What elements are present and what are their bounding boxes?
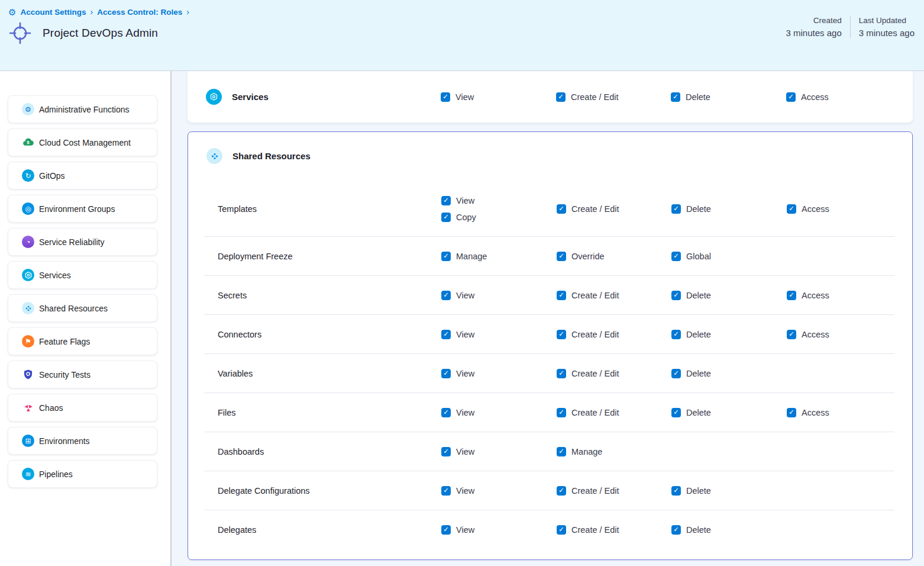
shared-resources-icon — [206, 148, 222, 164]
permission-checkbox-delete[interactable]: ✓Delete — [671, 291, 711, 300]
permission-cell: ✓Access — [787, 291, 912, 300]
permission-checkbox-create-edit[interactable]: ✓Create / Edit — [557, 204, 619, 214]
breadcrumb-account-settings[interactable]: Account Settings — [20, 8, 86, 17]
checkbox-checked-icon: ✓ — [441, 447, 451, 456]
permission-checkbox-delete[interactable]: ✓Delete — [671, 92, 710, 102]
breadcrumb-access-control-roles[interactable]: Access Control: Roles — [97, 8, 182, 17]
permission-checkbox-manage[interactable]: ✓Manage — [557, 447, 602, 456]
environment-groups-icon: ◎ — [22, 202, 34, 215]
permission-checkbox-delete[interactable]: ✓Delete — [671, 330, 711, 339]
content: ⚙Administrative Functions$Cloud Cost Man… — [0, 71, 924, 566]
permission-checkbox-create-edit[interactable]: ✓Create / Edit — [557, 291, 619, 300]
permission-cell: ✓Delete — [671, 330, 787, 339]
permission-checkbox-delete[interactable]: ✓Delete — [671, 369, 711, 378]
permission-checkbox-access[interactable]: ✓Access — [787, 408, 829, 417]
permission-checkbox-view[interactable]: ✓View — [441, 330, 474, 339]
sidebar-item-administrative-functions[interactable]: ⚙Administrative Functions — [8, 95, 157, 123]
sidebar-item-cloud-cost-management[interactable]: $Cloud Cost Management — [8, 128, 157, 156]
service-reliability-icon: ◔ — [22, 236, 34, 248]
permission-cell: ✓Delete — [671, 486, 787, 496]
permission-checkbox-global[interactable]: ✓Global — [671, 252, 711, 261]
services-section-title: Services — [232, 92, 269, 102]
permission-cell: ✓View — [441, 525, 557, 535]
checkbox-checked-icon: ✓ — [441, 252, 451, 261]
permission-cell: ✓Create / Edit — [557, 525, 671, 535]
permission-checkbox-access[interactable]: ✓Access — [786, 92, 829, 102]
checkbox-label: Create / Edit — [571, 525, 619, 535]
sidebar-item-feature-flags[interactable]: ⚑Feature Flags — [8, 327, 157, 355]
permission-row-templates: Templates✓View✓Copy✓Create / Edit✓Delete… — [188, 181, 912, 236]
sidebar-item-services[interactable]: Services — [8, 261, 157, 289]
permission-cell: ✓Access — [787, 204, 912, 214]
permission-checkbox-view[interactable]: ✓View — [441, 447, 474, 456]
permission-checkbox-view[interactable]: ✓View — [441, 92, 474, 102]
checkbox-checked-icon: ✓ — [557, 486, 566, 496]
sidebar-item-environments[interactable]: ⊞Environments — [8, 427, 157, 455]
permission-checkbox-delete[interactable]: ✓Delete — [671, 486, 711, 496]
created-value: 3 minutes ago — [786, 28, 842, 38]
services-card: Services ✓View✓Create / Edit✓Delete✓Acce… — [188, 71, 913, 123]
checkbox-checked-icon: ✓ — [441, 525, 451, 535]
permission-cell: ✓View✓Copy — [441, 196, 557, 222]
permission-checkbox-delete[interactable]: ✓Delete — [671, 525, 711, 535]
permission-checkbox-copy[interactable]: ✓Copy — [441, 213, 476, 222]
sidebar-item-shared-resources[interactable]: Shared Resources — [8, 294, 157, 322]
permission-checkbox-create-edit[interactable]: ✓Create / Edit — [557, 369, 619, 378]
permission-checkbox-view[interactable]: ✓View — [441, 486, 474, 496]
sidebar-item-label: Environments — [39, 436, 90, 446]
meta-divider — [850, 16, 851, 38]
permission-checkbox-override[interactable]: ✓Override — [557, 252, 605, 261]
sidebar-item-service-reliability[interactable]: ◔Service Reliability — [8, 228, 157, 256]
last-updated-value: 3 minutes ago — [859, 28, 915, 38]
permission-checkbox-delete[interactable]: ✓Delete — [671, 408, 711, 417]
permission-checkbox-view[interactable]: ✓View — [441, 408, 474, 417]
checkbox-checked-icon: ✓ — [787, 291, 796, 300]
svg-text:$: $ — [27, 140, 30, 145]
breadcrumb: ⚙ Account Settings › Access Control: Rol… — [8, 7, 924, 17]
checkbox-checked-icon: ✓ — [787, 204, 796, 214]
permission-cell: ✓Manage — [557, 447, 671, 456]
permission-cell: ✓Manage — [441, 252, 557, 261]
permission-checkbox-access[interactable]: ✓Access — [787, 291, 829, 300]
sidebar-item-gitops[interactable]: ↻GitOps — [8, 162, 157, 189]
permission-checkbox-delete[interactable]: ✓Delete — [671, 204, 711, 214]
checkbox-label: Access — [802, 408, 829, 417]
sidebar-item-environment-groups[interactable]: ◎Environment Groups — [8, 195, 157, 223]
permission-checkbox-view[interactable]: ✓View — [441, 196, 474, 205]
resource-label: Files — [188, 408, 441, 417]
checkbox-label: View — [456, 330, 474, 339]
permission-cell: ✓Delete — [671, 408, 787, 417]
checkbox-label: View — [456, 408, 474, 417]
sidebar-item-label: Feature Flags — [39, 337, 90, 346]
permission-checkbox-manage[interactable]: ✓Manage — [441, 252, 487, 261]
permission-row-variables: Variables✓View✓Create / Edit✓Delete — [188, 354, 912, 393]
permission-checkbox-create-edit[interactable]: ✓Create / Edit — [557, 525, 619, 535]
permission-checkbox-create-edit[interactable]: ✓Create / Edit — [557, 408, 619, 417]
permission-checkbox-access[interactable]: ✓Access — [787, 204, 829, 214]
permission-row-secrets: Secrets✓View✓Create / Edit✓Delete✓Access — [188, 276, 912, 314]
sidebar-item-pipelines[interactable]: ≋Pipelines — [8, 460, 157, 488]
checkbox-label: Access — [802, 330, 829, 339]
resource-label: Variables — [188, 369, 441, 378]
sidebar-item-label: Environment Groups — [39, 204, 115, 214]
page-header: ⚙ Account Settings › Access Control: Rol… — [0, 0, 924, 71]
meta-block: Created 3 minutes ago Last Updated 3 min… — [786, 16, 915, 38]
services-icon — [22, 269, 34, 281]
permission-checkbox-view[interactable]: ✓View — [441, 369, 474, 378]
permission-checkbox-create-edit[interactable]: ✓Create / Edit — [557, 486, 619, 496]
checkbox-label: Create / Edit — [571, 204, 619, 214]
checkbox-label: Delete — [686, 330, 711, 339]
checkbox-checked-icon: ✓ — [787, 330, 796, 339]
permission-checkbox-create-edit[interactable]: ✓Create / Edit — [556, 92, 619, 102]
permission-checkbox-access[interactable]: ✓Access — [787, 330, 829, 339]
sidebar-item-chaos[interactable]: Chaos — [8, 394, 157, 422]
permission-checkbox-create-edit[interactable]: ✓Create / Edit — [557, 330, 619, 339]
checkbox-checked-icon: ✓ — [441, 291, 451, 300]
sidebar-item-security-tests[interactable]: Security Tests — [8, 361, 157, 388]
checkbox-label: Delete — [686, 525, 711, 535]
permission-checkbox-view[interactable]: ✓View — [441, 291, 474, 300]
checkbox-checked-icon: ✓ — [557, 525, 566, 535]
permission-checkbox-view[interactable]: ✓View — [441, 525, 474, 535]
checkbox-label: Copy — [456, 213, 476, 222]
checkbox-label: Access — [801, 92, 829, 102]
